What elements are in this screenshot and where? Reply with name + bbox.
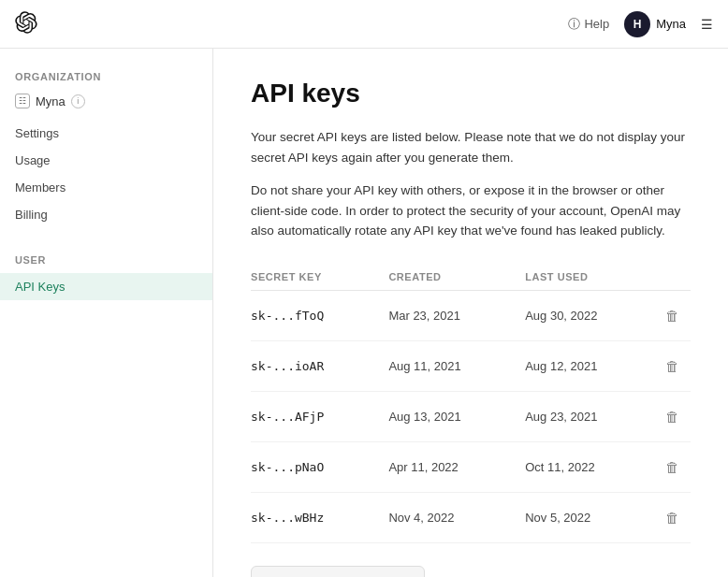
- key-name-cell: sk-...fToQ: [251, 290, 388, 340]
- openai-logo: [15, 11, 37, 36]
- delete-cell: 🗑: [662, 391, 691, 441]
- created-date-cell: Aug 11, 2021: [388, 340, 525, 391]
- org-icon: ☷: [15, 94, 30, 108]
- description-1: Your secret API keys are listed below. P…: [251, 127, 691, 167]
- table-row: sk-...pNaO Apr 11, 2022 Oct 11, 2022 🗑: [251, 441, 691, 492]
- created-date-cell: Mar 23, 2021: [388, 290, 525, 340]
- topbar-right: ⓘ Help H Myna ☰: [568, 11, 713, 37]
- last-used-date-cell: Nov 5, 2022: [525, 492, 662, 542]
- created-date-cell: Aug 13, 2021: [388, 391, 525, 441]
- org-name: Myna: [36, 94, 66, 108]
- delete-key-button[interactable]: 🗑: [662, 506, 683, 529]
- trash-icon: 🗑: [665, 510, 679, 526]
- col-header-actions: [662, 264, 691, 291]
- trash-icon: 🗑: [665, 358, 679, 374]
- col-header-secret-key: SECRET KEY: [251, 264, 388, 291]
- org-row: ☷ Myna i: [0, 90, 212, 120]
- delete-key-button[interactable]: 🗑: [662, 304, 683, 327]
- topbar-left: [15, 11, 37, 36]
- last-used-date-cell: Oct 11, 2022: [525, 441, 662, 492]
- last-used-date-cell: Aug 23, 2021: [525, 391, 662, 441]
- sidebar-item-settings[interactable]: Settings: [0, 120, 212, 147]
- hamburger-menu[interactable]: ☰: [701, 17, 713, 32]
- last-used-date-cell: Aug 30, 2022: [525, 290, 662, 340]
- key-name-cell: sk-...AFjP: [251, 391, 388, 441]
- page-title: API keys: [251, 79, 691, 108]
- created-date-cell: Apr 11, 2022: [388, 441, 525, 492]
- topbar: ⓘ Help H Myna ☰: [0, 0, 728, 49]
- delete-key-button[interactable]: 🗑: [662, 455, 683, 479]
- key-name-cell: sk-...ioAR: [251, 340, 388, 391]
- user-section-label: USER: [0, 247, 212, 273]
- key-name-cell: sk-...wBHz: [251, 492, 388, 542]
- table-row: sk-...wBHz Nov 4, 2022 Nov 5, 2022 🗑: [251, 492, 691, 542]
- trash-icon: 🗑: [665, 308, 679, 324]
- delete-cell: 🗑: [662, 340, 691, 391]
- help-label: Help: [584, 17, 609, 31]
- org-section-label: ORGANIZATION: [0, 71, 212, 90]
- sidebar-item-usage[interactable]: Usage: [0, 147, 212, 174]
- help-circle-icon: ⓘ: [568, 16, 580, 33]
- table-row: sk-...fToQ Mar 23, 2021 Aug 30, 2022 🗑: [251, 290, 691, 340]
- created-date-cell: Nov 4, 2022: [388, 492, 525, 542]
- table-row: sk-...ioAR Aug 11, 2021 Aug 12, 2021 🗑: [251, 340, 691, 391]
- table-row: sk-...AFjP Aug 13, 2021 Aug 23, 2021 🗑: [251, 391, 691, 441]
- delete-cell: 🗑: [662, 492, 691, 542]
- delete-cell: 🗑: [662, 290, 691, 340]
- user-name: Myna: [656, 17, 686, 31]
- avatar: H: [624, 11, 650, 37]
- user-menu[interactable]: H Myna: [624, 11, 686, 37]
- col-header-created: CREATED: [388, 264, 525, 291]
- last-used-date-cell: Aug 12, 2021: [525, 340, 662, 391]
- sidebar-item-api-keys[interactable]: API Keys: [0, 273, 212, 300]
- description-2: Do not share your API key with others, o…: [251, 180, 691, 241]
- trash-icon: 🗑: [665, 459, 679, 475]
- create-secret-key-button[interactable]: + Create new secret key: [251, 566, 425, 577]
- sidebar: ORGANIZATION ☷ Myna i Settings Usage Mem…: [0, 49, 213, 577]
- delete-key-button[interactable]: 🗑: [662, 354, 683, 378]
- main-content: API keys Your secret API keys are listed…: [213, 49, 728, 577]
- help-button[interactable]: ⓘ Help: [568, 16, 609, 33]
- sidebar-item-members[interactable]: Members: [0, 174, 212, 201]
- layout: ORGANIZATION ☷ Myna i Settings Usage Mem…: [0, 0, 728, 577]
- delete-key-button[interactable]: 🗑: [662, 405, 683, 428]
- sidebar-item-billing[interactable]: Billing: [0, 201, 212, 228]
- col-header-last-used: LAST USED: [525, 264, 662, 291]
- api-keys-table: SECRET KEY CREATED LAST USED sk-...fToQ …: [251, 264, 691, 543]
- delete-cell: 🗑: [662, 441, 691, 492]
- key-name-cell: sk-...pNaO: [251, 441, 388, 492]
- trash-icon: 🗑: [665, 409, 679, 425]
- info-icon[interactable]: i: [71, 94, 85, 108]
